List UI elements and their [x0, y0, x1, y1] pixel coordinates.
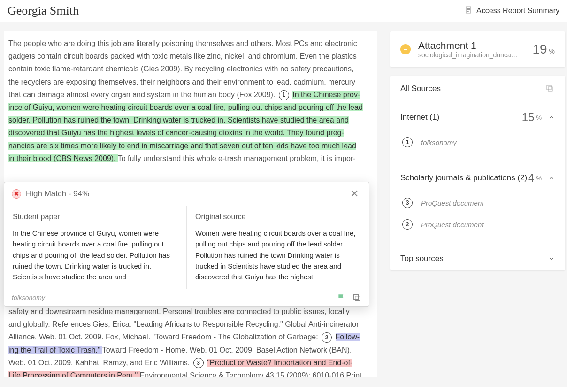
source-group-pct: % — [536, 175, 542, 182]
match-source-name: folksonomy — [12, 294, 45, 301]
access-report-link[interactable]: Access Report Summary — [464, 6, 559, 16]
attachment-title: Attachment 1 — [418, 40, 525, 51]
source-item[interactable]: 3 ProQuest document — [400, 192, 555, 214]
match-title: High Match - 94% — [26, 189, 343, 199]
student-paper-heading: Student paper — [13, 213, 178, 221]
essay-text-1: The people who are doing this job are li… — [8, 39, 357, 99]
highlight-match-1[interactable]: In the Chinese prov­ince of Guiyu, women… — [8, 91, 363, 162]
source-item-badge: 2 — [402, 219, 413, 230]
source-item[interactable]: 1 folksonomy — [400, 131, 555, 153]
attachment-filename: sociological_imagination_dunca… — [418, 51, 525, 59]
source-group-top[interactable]: Top sources — [400, 254, 555, 264]
source-item-badge: 3 — [402, 198, 413, 208]
chevron-up-icon — [548, 114, 555, 121]
open-source-icon[interactable] — [352, 293, 361, 302]
source-group-score: 4 — [528, 171, 534, 184]
source-group-title: Internet (1) — [400, 112, 522, 123]
high-match-icon: ✖ — [12, 189, 21, 199]
copy-sources-icon[interactable] — [545, 84, 555, 93]
close-icon[interactable]: ✕ — [347, 188, 361, 200]
chevron-down-icon — [548, 255, 555, 262]
source-badge-3[interactable]: 3 — [193, 358, 204, 368]
source-item[interactable]: 2 ProQuest document — [400, 214, 555, 235]
flag-icon[interactable] — [337, 293, 346, 302]
source-item-name: ProQuest document — [421, 221, 483, 229]
student-paper-text: In the Chinese province of Guiyu, women … — [13, 228, 178, 282]
source-group-title: Top sources — [400, 254, 548, 264]
svg-rect-4 — [353, 295, 358, 300]
svg-rect-6 — [547, 85, 551, 90]
student-name: Georgia Smith — [8, 4, 79, 18]
access-report-label: Access Report Summary — [476, 7, 559, 15]
status-warning-icon: – — [400, 44, 411, 54]
all-sources-heading: All Sources — [400, 84, 525, 93]
chevron-up-icon — [548, 175, 555, 181]
match-popover: ✖ High Match - 94% ✕ Student paper In th… — [4, 182, 369, 307]
source-badge-2[interactable]: 2 — [322, 332, 332, 343]
chart-icon[interactable] — [530, 84, 540, 93]
source-group-pct: % — [536, 114, 542, 121]
source-group-internet[interactable]: Internet (1) 15 % — [400, 111, 555, 124]
source-item-name: folksonomy — [421, 138, 457, 146]
source-badge-1[interactable]: 1 — [279, 90, 289, 100]
original-source-heading: Original source — [195, 213, 360, 221]
svg-rect-5 — [355, 296, 360, 301]
source-group-score: 15 — [522, 111, 535, 124]
source-item-name: ProQuest document — [421, 199, 483, 207]
essay-text-2: To fully understand this whole e-trash m… — [118, 154, 356, 162]
svg-rect-7 — [548, 87, 552, 91]
attachment-score: 19 — [532, 42, 547, 56]
original-source-text: Women were heating circuit boards over a… — [195, 228, 360, 282]
attachment-pct: % — [549, 47, 555, 55]
attachment-card[interactable]: – Attachment 1 sociological_imagination_… — [390, 31, 565, 67]
source-group-scholarly[interactable]: Scholarly journals & publications (2) 4 … — [400, 171, 555, 184]
report-icon — [464, 6, 473, 16]
source-group-title: Scholarly journals & publications (2) — [400, 173, 528, 183]
source-item-badge: 1 — [402, 137, 413, 147]
